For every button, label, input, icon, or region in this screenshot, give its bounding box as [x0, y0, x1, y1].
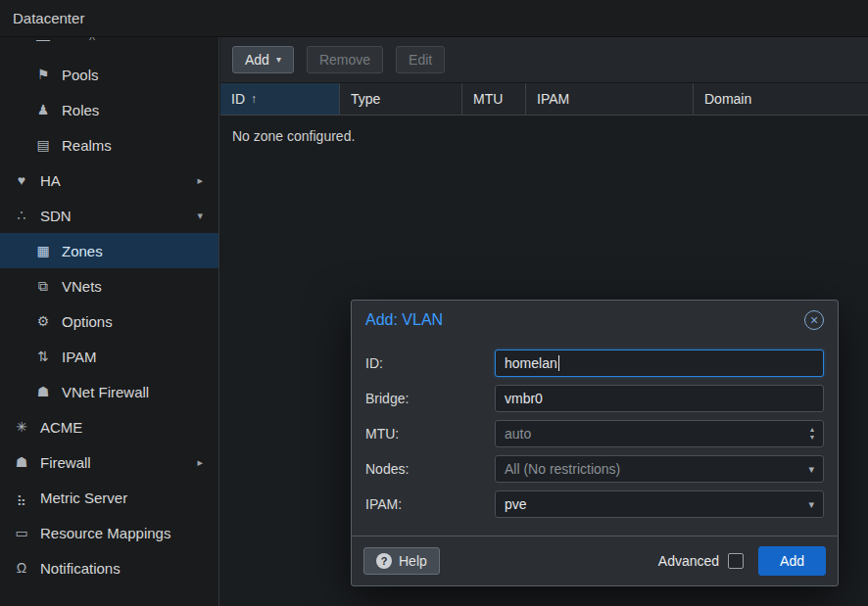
mtu-spinner[interactable]: auto ▴ ▾	[495, 420, 824, 447]
footer-right-group: Advanced Add	[658, 546, 826, 576]
sidebar-item-vnet-firewall[interactable]: ☗ VNet Firewall	[0, 374, 218, 409]
column-header-id[interactable]: ID ↑	[220, 83, 340, 115]
sidebar-item-pools[interactable]: ⚑ Pools	[0, 57, 218, 92]
sidebar-item-label: SDN	[40, 208, 72, 224]
sidebar-item-partial[interactable]: — ^	[0, 37, 218, 57]
id-input-value: homelan	[505, 355, 557, 371]
ipam-select[interactable]: pve ▾	[495, 490, 824, 518]
expand-arrow-icon[interactable]: ▸	[197, 456, 203, 469]
column-label: Type	[351, 91, 380, 107]
top-bar: Datacenter	[0, 0, 868, 37]
shield-icon: ☗	[34, 384, 52, 399]
sidebar-item-acme[interactable]: ✳ ACME	[0, 409, 218, 444]
sidebar-item-resource-mappings[interactable]: ▭ Resource Mappings	[0, 515, 218, 550]
sidebar-item-label: Realms	[62, 137, 112, 154]
gear-icon: ⚙	[34, 313, 52, 329]
collapse-arrow-icon[interactable]: ▾	[197, 210, 203, 222]
sidebar-item-realms[interactable]: ▤ Realms	[0, 127, 218, 163]
column-header-type[interactable]: Type	[340, 83, 462, 115]
sidebar-item-roles[interactable]: ♟ Roles	[0, 92, 218, 127]
network-icon: ∴	[13, 208, 30, 223]
sidebar-item-ha[interactable]: ♥ HA ▸	[0, 163, 218, 198]
sidebar-item-label: Notifications	[40, 560, 121, 577]
add-vlan-dialog: Add: VLAN × ID: homelan Bridge: vmbr0 MT…	[351, 300, 839, 586]
tags-icon: ⚑	[34, 67, 52, 82]
sidebar-item-label: VNet Firewall	[62, 384, 149, 400]
ipam-field-label: IPAM:	[365, 496, 495, 512]
chevron-down-icon[interactable]: ▾	[808, 498, 814, 511]
column-header-ipam[interactable]: IPAM	[526, 83, 694, 115]
certificate-icon: ✳	[13, 419, 30, 435]
sidebar-item-zones[interactable]: ▦ Zones	[0, 233, 218, 268]
column-label: IPAM	[537, 91, 569, 107]
question-mark-icon: ?	[376, 553, 392, 569]
bridge-field-label: Bridge:	[365, 391, 495, 406]
tree-node-icon: —	[34, 37, 52, 47]
empty-grid-message: No zone configured.	[220, 116, 868, 157]
sidebar-item-label: VNets	[62, 278, 102, 295]
column-label: ID	[231, 91, 245, 107]
edit-button-label: Edit	[409, 53, 432, 67]
sidebar-item-label: IPAM	[62, 349, 97, 365]
chevron-down-icon[interactable]: ▾	[808, 463, 814, 476]
close-icon[interactable]: ×	[804, 310, 824, 330]
heartbeat-icon: ♥	[13, 172, 30, 188]
bridge-input-value: vmbr0	[505, 391, 543, 406]
sidebar-item-label: HA	[40, 172, 61, 189]
sidebar-item-label: Firewall	[40, 454, 91, 471]
sidebar-item-metric-server[interactable]: ⣦ Metric Server	[0, 480, 218, 515]
add-button-label: Add	[245, 53, 269, 67]
submit-add-button[interactable]: Add	[758, 546, 826, 576]
column-header-mtu[interactable]: MTU	[462, 83, 526, 115]
nodes-select-value: All (No restrictions)	[505, 461, 620, 477]
help-button[interactable]: ? Help	[363, 547, 440, 575]
dialog-footer: ? Help Advanced Add	[352, 536, 838, 585]
sidebar-item-vnets[interactable]: ⧉ VNets	[0, 268, 218, 303]
page-title: Datacenter	[13, 10, 84, 26]
id-field-label: ID:	[365, 355, 495, 371]
help-button-label: Help	[399, 553, 427, 569]
vnet-icon: ⧉	[34, 278, 52, 295]
spinner-arrows[interactable]: ▴ ▾	[802, 426, 814, 442]
mtu-input-value: auto	[505, 426, 531, 442]
resource-tree: — ^ ⚑ Pools ♟ Roles ▤ Realms ♥ HA ▸ ∴ SD…	[0, 37, 219, 606]
text-cursor	[558, 355, 559, 371]
sidebar-item-label: Metric Server	[40, 489, 127, 506]
sidebar-item-label: ACME	[40, 419, 82, 436]
mtu-field-label: MTU:	[365, 426, 495, 442]
ipam-select-value: pve	[505, 496, 527, 512]
field-row-id: ID: homelan	[365, 350, 824, 377]
column-label: Domain	[704, 91, 751, 107]
sidebar-item-options[interactable]: ⚙ Options	[0, 303, 218, 339]
sort-ascending-icon: ↑	[251, 92, 257, 106]
chevron-down-icon: ▾	[276, 55, 281, 65]
sidebar-item-label: Zones	[62, 243, 103, 259]
column-header-domain[interactable]: Domain	[694, 83, 868, 115]
nodes-select[interactable]: All (No restrictions) ▾	[495, 455, 824, 483]
remove-button-label: Remove	[319, 53, 370, 67]
dialog-body: ID: homelan Bridge: vmbr0 MTU: auto ▴ ▾	[352, 338, 838, 530]
expand-arrow-icon[interactable]: ▸	[197, 174, 203, 187]
advanced-checkbox[interactable]	[728, 553, 744, 569]
remove-button: Remove	[307, 46, 383, 73]
sidebar-item-sdn[interactable]: ∴ SDN ▾	[0, 198, 218, 233]
dialog-header: Add: VLAN ×	[352, 301, 838, 338]
sidebar-item-label: Resource Mappings	[40, 525, 170, 541]
address-book-icon: ▤	[34, 137, 52, 153]
grid-icon: ▦	[34, 243, 52, 258]
person-icon: ♟	[34, 102, 52, 117]
bridge-input[interactable]: vmbr0	[495, 385, 824, 412]
id-input[interactable]: homelan	[495, 350, 824, 377]
sidebar-item-notifications[interactable]: Ω Notifications	[0, 550, 218, 585]
add-button[interactable]: Add ▾	[232, 46, 294, 73]
sidebar-item-ipam[interactable]: ⇅ IPAM	[0, 339, 218, 374]
sidebar-item-label: Options	[62, 313, 113, 330]
column-label: MTU	[473, 91, 503, 107]
shield-icon: ☗	[13, 454, 30, 470]
zones-toolbar: Add ▾ Remove Edit	[220, 37, 868, 83]
table-header: ID ↑ Type MTU IPAM Domain	[220, 83, 868, 116]
folder-icon: ▭	[13, 525, 30, 540]
spinner-down-icon[interactable]: ▾	[810, 434, 814, 442]
field-row-mtu: MTU: auto ▴ ▾	[365, 420, 824, 447]
sidebar-item-firewall[interactable]: ☗ Firewall ▸	[0, 444, 218, 480]
